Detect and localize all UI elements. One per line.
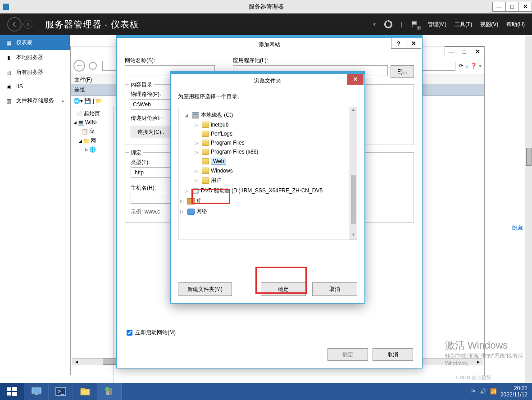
iis-back-button[interactable]: ← [73,60,85,72]
task-powershell[interactable]: >_ [49,383,73,400]
maximize-button[interactable]: □ [505,2,519,12]
forward-button[interactable] [23,20,32,29]
svg-rect-1 [7,387,11,391]
leftnav: ▦ 仪表板 ▮ 本地服务器 ▤ 所有服务器 ▣ IIS ▥ 文件和存储服务 ▸ [0,35,70,383]
leftnav-all-servers[interactable]: ▤ 所有服务器 [0,65,70,80]
addsite-help-button[interactable]: ? [391,38,406,49]
browse-close-button[interactable]: ✕ [347,74,364,85]
tree-dvd[interactable]: ▷ DVD 驱动器 (D:) IRM_SSS_X64FRE_ZH-CN_DV5 [178,186,357,196]
tray-flag-icon[interactable]: 🏳 [471,388,476,395]
server-manager-icon [3,4,9,10]
start-button[interactable] [0,383,24,400]
tree-web[interactable]: Web [178,156,357,166]
svg-text:>_: >_ [58,388,64,395]
connect-as-button[interactable]: 连接为(C).. [131,126,171,138]
csdn-watermark: CSDN @小星陈 [456,374,491,381]
header: 服务器管理器 · 仪表板 ▾ | 1 管理(M) 工具(T) 视图(V) 帮助(… [0,14,532,35]
folder-icon [202,149,209,155]
tree-library[interactable]: ▷ 库 [178,196,357,206]
flag-icon[interactable]: 1 [410,20,419,29]
save-icon[interactable]: 💾 [84,98,91,104]
svg-rect-10 [81,388,85,390]
tree-root-disk[interactable]: ◢ 本地磁盘 (C:) [178,110,357,120]
main-scrollbar[interactable] [525,35,532,383]
menu-tools[interactable]: 工具(T) [455,21,472,28]
network-icon [187,209,195,215]
leftnav-dashboard[interactable]: ▦ 仪表板 [0,35,70,50]
dvd-icon [192,188,199,194]
iis-server-node[interactable]: ◢💻WIN- [72,118,113,127]
folder-icon [202,122,209,128]
iis-file-menu[interactable]: 文件(F) [74,77,92,83]
addsite-ok-button[interactable]: 确定 [327,348,368,361]
watermark: 激活 Windows 转到"控制面板"中的"系统"以激活 Windows。 [445,339,523,368]
iis-minimize-button[interactable]: — [445,46,458,56]
back-button[interactable] [7,17,22,32]
iis-close-button[interactable]: ✕ [471,46,484,56]
file-storage-icon: ▥ [5,98,12,104]
addsite-close-button[interactable]: ✕ [406,38,421,49]
browse-cancel-button[interactable]: 取消 [312,282,357,296]
iis-start-page[interactable]: 📄起始页 [72,109,113,118]
browse-folder-dialog: 浏览文件夹 ✕ 为应用程序选择一个目录。 ◢ 本地磁盘 (C:) ▷ inetp… [170,71,365,304]
select-pool-button[interactable]: E)... [391,65,414,78]
iis-maximize-button[interactable]: □ [458,46,471,56]
leftnav-local-server[interactable]: ▮ 本地服务器 [0,50,70,65]
tree-perflogs[interactable]: PerfLogs [178,129,357,138]
tree-inetpub[interactable]: ▷ inetpub [178,120,357,129]
folder-icon [202,177,209,184]
all-servers-icon: ▤ [5,69,12,76]
tree-network[interactable]: ▷ 网络 [178,206,357,217]
folder-icon [202,168,209,174]
tree-program-files[interactable]: ▷ Program Files [178,138,357,147]
task-iis-manager[interactable] [97,383,122,400]
start-now-label: 立即启动网站(M) [135,329,176,336]
menu-manage[interactable]: 管理(M) [427,21,446,28]
main-titlebar: 服务器管理器 — □ ✕ [0,0,532,14]
browse-prompt: 为应用程序选择一个目录。 [171,87,364,103]
local-server-icon: ▮ [5,55,12,61]
svg-rect-2 [12,387,17,391]
tray-clock[interactable]: 20:22 2022/11/12 [500,385,527,398]
svg-rect-5 [32,388,41,393]
iis-sites[interactable]: ◢📁网 [72,136,113,145]
tree-users[interactable]: ▷ 用户 [178,175,357,186]
folder-icon [202,140,209,146]
iis-forward-button[interactable] [89,62,97,70]
tree-scrollbar[interactable]: ▲ ▼ [350,107,357,240]
minimize-button[interactable]: — [492,2,506,12]
iis-refresh-icon[interactable]: ⟳ [459,63,464,69]
tree-program-files-x86[interactable]: ▷ Program Files (x86) [178,147,357,156]
task-explorer[interactable] [73,383,97,400]
svg-rect-6 [35,393,38,395]
folder-icon[interactable]: 📁 [95,98,102,104]
addsite-cancel-button[interactable]: 取消 [373,348,413,361]
tray-volume-icon[interactable]: 🔊 [480,388,487,395]
taskbar: >_ 🏳 🔊 📶 20:22 2022/11/12 [0,383,532,400]
app-pool-label: 应用程序池(L): [233,57,414,64]
folder-tree: ◢ 本地磁盘 (C:) ▷ inetpub PerfLogs ▷ Program… [178,107,357,240]
leftnav-iis[interactable]: ▣ IIS [0,80,70,93]
browse-ok-button[interactable]: 确定 [261,282,306,296]
tree-windows[interactable]: ▷ Windows [178,166,357,175]
menu-help[interactable]: 帮助(H) [506,21,525,28]
iis-site-item[interactable]: ▷🌐 [72,145,113,154]
task-server-manager[interactable] [24,383,49,400]
leftnav-file-storage[interactable]: ▥ 文件和存储服务 ▸ [0,93,70,108]
iis-help-icon[interactable]: ❓ [470,63,477,69]
site-name-label: 网站名称(S): [125,57,215,64]
main-title: 服务器管理器 [249,3,284,11]
svg-point-13 [105,387,109,391]
tray-network-icon[interactable]: 📶 [490,388,497,395]
new-folder-button[interactable]: 新建文件夹(M) [178,282,232,296]
refresh-icon[interactable] [384,20,393,29]
add-website-title: 添加网站 [259,41,280,49]
hidden-link[interactable]: 隐藏 [512,224,523,232]
dashboard-icon: ▦ [5,40,12,46]
menu-view[interactable]: 视图(V) [480,21,498,28]
close-button[interactable]: ✕ [518,2,532,12]
folder-icon [202,131,209,137]
iis-home-icon[interactable]: ⌂ [465,63,468,69]
iis-app-pools[interactable]: 📋应 [72,127,113,136]
start-now-checkbox[interactable] [127,330,132,336]
